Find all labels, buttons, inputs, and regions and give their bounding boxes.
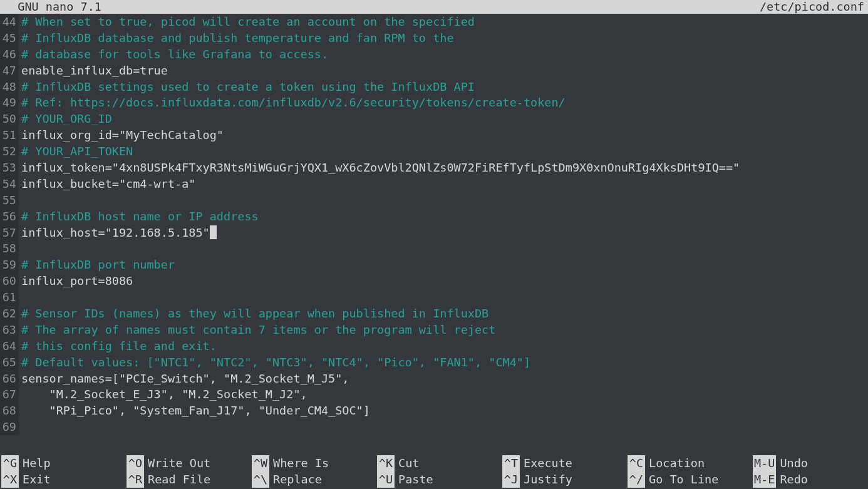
shortcut-redo[interactable]: M-ERedo bbox=[753, 471, 865, 488]
line-number: 60 bbox=[0, 273, 19, 289]
code-line: # InfluxDB host name or IP address bbox=[19, 208, 868, 225]
file-path: /etc/picod.conf bbox=[760, 0, 864, 14]
code-line bbox=[19, 192, 868, 208]
code-line: # InfluxDB settings used to create a tok… bbox=[19, 79, 868, 95]
line-number: 56 bbox=[0, 208, 19, 225]
code-line: influx_bucket="cm4-wrt-a" bbox=[19, 176, 868, 192]
line-number: 48 bbox=[0, 79, 19, 95]
code-line: # YOUR_API_TOKEN bbox=[19, 143, 868, 160]
code-line bbox=[19, 289, 868, 306]
shortcut-exit[interactable]: ^XExit bbox=[1, 471, 127, 488]
titlebar: GNU nano 7.1 /etc/picod.conf bbox=[0, 0, 868, 14]
code-line: "RPi_Pico", "System_Fan_J17", "Under_CM4… bbox=[19, 403, 868, 419]
app-name: GNU nano 7.1 bbox=[4, 0, 101, 14]
shortcut-bar: ^GHelp ^OWrite Out ^WWhere Is ^KCut ^TEx… bbox=[0, 455, 868, 489]
shortcut-gotoline[interactable]: ^/Go To Line bbox=[628, 471, 753, 488]
line-number: 62 bbox=[0, 306, 19, 322]
line-number: 54 bbox=[0, 176, 19, 192]
shortcut-justify[interactable]: ^JJustify bbox=[502, 471, 628, 488]
code-line bbox=[19, 240, 868, 257]
shortcut-execute[interactable]: ^TExecute bbox=[502, 455, 628, 471]
line-number: 44 bbox=[0, 14, 19, 30]
line-number: 52 bbox=[0, 143, 19, 160]
code-line: # this config file and exit. bbox=[19, 338, 868, 354]
line-number: 57 bbox=[0, 225, 19, 241]
code-line: # The array of names must contain 7 item… bbox=[19, 322, 868, 338]
line-number: 59 bbox=[0, 257, 19, 273]
code-line: influx_org_id="MyTechCatalog" bbox=[19, 127, 868, 143]
line-number: 61 bbox=[0, 289, 19, 306]
shortcut-readfile[interactable]: ^RRead File bbox=[127, 471, 252, 488]
shortcut-paste[interactable]: ^UPaste bbox=[377, 471, 502, 488]
code-line: # When set to true, picod will create an… bbox=[19, 14, 868, 30]
line-number: 53 bbox=[0, 160, 19, 176]
code-line: "M.2_Socket_E_J3", "M.2_Socket_M_J2", bbox=[19, 386, 868, 403]
shortcut-location[interactable]: ^CLocation bbox=[628, 455, 753, 471]
code-line bbox=[19, 419, 868, 435]
line-number: 64 bbox=[0, 338, 19, 354]
line-number: 65 bbox=[0, 354, 19, 371]
code-line: # InfluxDB port number bbox=[19, 257, 868, 273]
shortcut-whereis[interactable]: ^WWhere Is bbox=[252, 455, 377, 471]
code-line: influx_token="4xn8USPk4FTxyR3NtsMiWGuGrj… bbox=[19, 160, 868, 176]
code-line: enable_influx_db=true bbox=[19, 63, 868, 79]
code-line: # Ref: https://docs.influxdata.com/influ… bbox=[19, 95, 868, 111]
text-cursor bbox=[210, 225, 217, 239]
shortcut-writeout[interactable]: ^OWrite Out bbox=[127, 455, 252, 471]
line-number: 58 bbox=[0, 240, 19, 257]
code-line: influx_port=8086 bbox=[19, 273, 868, 289]
line-number: 47 bbox=[0, 63, 19, 79]
line-number: 67 bbox=[0, 386, 19, 403]
line-number: 46 bbox=[0, 46, 19, 63]
line-number: 66 bbox=[0, 371, 19, 387]
code-line: # YOUR_ORG_ID bbox=[19, 111, 868, 127]
line-number: 69 bbox=[0, 419, 19, 435]
shortcut-replace[interactable]: ^\Replace bbox=[252, 471, 377, 488]
code-line: # database for tools like Grafana to acc… bbox=[19, 46, 868, 63]
line-number: 45 bbox=[0, 30, 19, 46]
line-number: 50 bbox=[0, 111, 19, 127]
line-number: 68 bbox=[0, 403, 19, 419]
shortcut-help[interactable]: ^GHelp bbox=[1, 455, 127, 471]
code-line: influx_host="192.168.5.185" bbox=[19, 225, 868, 241]
editor-area[interactable]: 44# When set to true, picod will create … bbox=[0, 14, 868, 444]
line-number: 51 bbox=[0, 127, 19, 143]
code-line: sensor_names=["PCIe_Switch", "M.2_Socket… bbox=[19, 371, 868, 387]
line-number: 55 bbox=[0, 192, 19, 208]
code-line: # Default values: ["NTC1", "NTC2", "NTC3… bbox=[19, 354, 868, 371]
code-line: # Sensor IDs (names) as they will appear… bbox=[19, 306, 868, 322]
shortcut-undo[interactable]: M-UUndo bbox=[753, 455, 865, 471]
code-line: # InfluxDB database and publish temperat… bbox=[19, 30, 868, 46]
line-number: 49 bbox=[0, 95, 19, 111]
line-number: 63 bbox=[0, 322, 19, 338]
shortcut-cut[interactable]: ^KCut bbox=[377, 455, 502, 471]
